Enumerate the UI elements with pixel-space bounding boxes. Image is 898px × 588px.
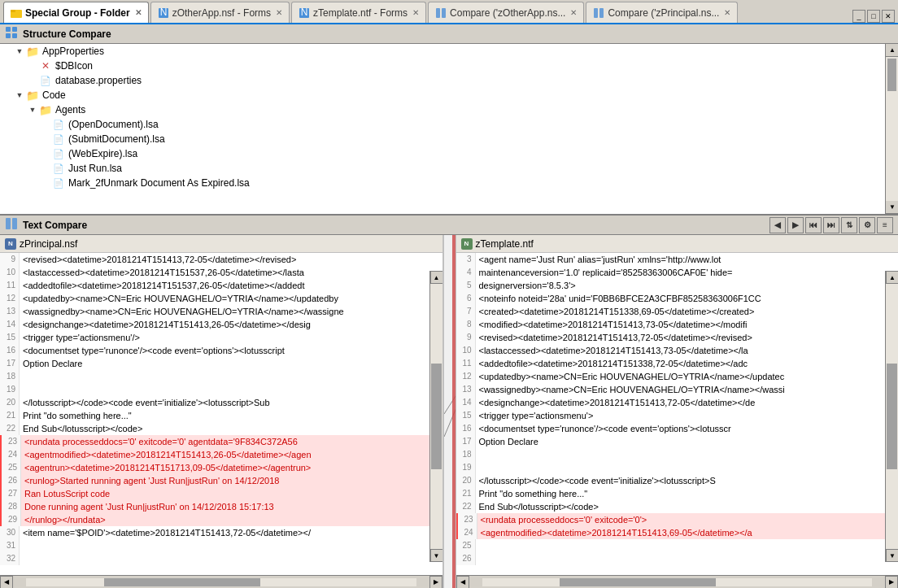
toggle-appproperties[interactable]: ▼: [15, 46, 24, 56]
line-text: <agentmodified><datetime>20181214T151413…: [481, 526, 886, 539]
line-number: 26: [2, 474, 21, 487]
tree-item-submitdoc[interactable]: 📄 (SubmitDocument).lsa: [0, 132, 898, 146]
left-h-scroll-track[interactable]: [26, 578, 416, 586]
maximize-button[interactable]: □: [867, 10, 880, 23]
code-line-12: 12<updatedby><name>CN=Eric HOUVENAGHEL/O…: [456, 370, 886, 383]
text-panel: Text Compare ◀ ▶ ⏮ ⏭ ⇅ ⚙ ≡ N zPrincipal.…: [0, 216, 898, 588]
tab-compare-zother[interactable]: Compare ('zOtherApp.ns... ✕: [428, 2, 584, 23]
line-number: 10: [0, 266, 20, 279]
tab-label-zother: zOtherApp.nsf - Forms: [172, 7, 271, 19]
right-scroll-track[interactable]: [886, 284, 898, 549]
tree-item-dbprops[interactable]: 📄 database.properties: [0, 73, 898, 88]
last-diff-button[interactable]: ⏭: [823, 217, 839, 233]
line-text: <updatedby><name>CN=Eric HOUVENAGHEL/O=Y…: [479, 370, 886, 383]
tree-item-mark2f[interactable]: 📄 Mark_2fUnmark Document As Expired.lsa: [0, 176, 898, 190]
tree-item-appproperties[interactable]: ▼ 📁 AppProperties: [0, 44, 898, 59]
settings-button[interactable]: ⚙: [859, 217, 875, 233]
line-number: 19: [456, 461, 476, 474]
next-diff-button[interactable]: ▶: [787, 217, 804, 233]
tree-item-dbicon[interactable]: ✕ $DBIcon: [0, 59, 898, 73]
line-number: 14: [0, 318, 20, 331]
line-text: </runlog></rundata>: [24, 513, 429, 526]
left-scroll-thumb[interactable]: [431, 364, 442, 469]
close-window-button[interactable]: ✕: [882, 10, 895, 23]
tab-close-ztemplate[interactable]: ✕: [412, 8, 419, 17]
line-text: <modified><datetime>20181214T151413,73-0…: [479, 318, 886, 331]
sync-button[interactable]: ⇅: [841, 217, 857, 233]
folder-tab-icon: [11, 7, 22, 19]
line-number: 19: [0, 383, 20, 396]
tab-close-special-group[interactable]: ✕: [135, 8, 142, 17]
tab-ztemplate-forms[interactable]: N zTemplate.ntf - Forms ✕: [291, 2, 426, 23]
tree-item-opendoc[interactable]: 📄 (OpenDocument).lsa: [0, 117, 898, 132]
left-scroll-track[interactable]: [430, 284, 442, 549]
line-text: <agent name='Just Run' alias='justRun' x…: [479, 253, 886, 266]
right-scroll-thumb[interactable]: [887, 364, 897, 469]
right-scroll-down[interactable]: ▼: [886, 549, 898, 562]
tree-label-dbprops: database.properties: [55, 75, 142, 86]
left-h-scroll-thumb[interactable]: [104, 578, 260, 586]
first-diff-button[interactable]: ⏮: [805, 217, 822, 233]
tree-item-code[interactable]: ▼ 📁 Code: [0, 88, 898, 102]
left-vscrollbar[interactable]: ▲ ▼: [429, 271, 442, 562]
code-line-26: 26<runlog>Started running agent 'Just Ru…: [0, 474, 429, 487]
right-vscrollbar[interactable]: ▲ ▼: [885, 271, 898, 562]
tree-label-submitdoc: (SubmitDocument).lsa: [68, 133, 165, 145]
code-line-21: 21 Print "do something here...": [456, 487, 886, 500]
tab-special-group[interactable]: Special Group - Folder ✕: [3, 2, 149, 23]
line-text: <created><datetime>20181214T151338,69-05…: [479, 305, 886, 318]
left-h-scroll-left[interactable]: ◀: [0, 576, 13, 589]
db-tab-icon-2: N: [299, 7, 310, 19]
right-code-area[interactable]: 3<agent name='Just Run' alias='justRun' …: [456, 253, 899, 575]
code-line-11: 11<addedtofile><datetime>20181214T151338…: [456, 357, 886, 370]
minimize-button[interactable]: _: [852, 10, 865, 23]
tab-compare-zprincipal[interactable]: Compare ('zPrincipal.ns... ✕: [586, 2, 738, 23]
tab-zother-forms[interactable]: N zOtherApp.nsf - Forms ✕: [150, 2, 290, 23]
line-text: </lotusscript></code><code event='initia…: [23, 396, 429, 409]
line-text: [479, 539, 886, 552]
left-hscrollbar[interactable]: ◀ ▶: [0, 575, 442, 588]
line-number: 26: [456, 552, 476, 565]
right-h-scroll-left[interactable]: ◀: [456, 576, 469, 589]
code-line-11: 11<addedtofile><datetime>20181214T151537…: [0, 279, 429, 292]
scroll-down-btn[interactable]: ▼: [886, 201, 898, 214]
code-line-6: 6<noteinfo noteid='28a' unid='F0BB6BFCE2…: [456, 292, 886, 305]
right-h-scroll-right[interactable]: ▶: [885, 576, 898, 589]
line-number: 21: [456, 487, 476, 500]
tab-close-zother[interactable]: ✕: [276, 8, 282, 17]
line-number: 24: [458, 526, 477, 539]
scroll-up-btn[interactable]: ▲: [886, 44, 898, 57]
tree-item-justrun[interactable]: 📄 Just Run.lsa: [0, 161, 898, 176]
right-hscrollbar[interactable]: ◀ ▶: [456, 575, 899, 588]
line-text: <agentrun><datetime>20181214T151713,09-0…: [24, 461, 429, 474]
left-code-area[interactable]: 9<revised><datetime>20181214T151413,72-0…: [0, 253, 442, 575]
line-text: [23, 552, 429, 565]
svg-rect-9: [599, 8, 604, 18]
prev-diff-button[interactable]: ◀: [769, 217, 786, 233]
svg-rect-13: [12, 33, 17, 38]
line-number: 31: [0, 539, 20, 552]
line-number: 7: [456, 305, 476, 318]
left-scroll-up[interactable]: ▲: [430, 271, 442, 284]
options-button[interactable]: ≡: [877, 217, 893, 233]
tree-item-agents[interactable]: ▼ 📁 Agents: [0, 102, 898, 117]
scroll-thumb[interactable]: [887, 59, 896, 91]
right-h-scroll-track[interactable]: [482, 578, 873, 586]
right-h-scroll-thumb[interactable]: [560, 578, 716, 586]
structure-vscrollbar[interactable]: ▲ ▼: [885, 44, 898, 214]
left-scroll-down[interactable]: ▼: [430, 549, 442, 562]
tab-close-compare-zprincipal[interactable]: ✕: [724, 8, 730, 17]
toggle-submitdoc: [41, 134, 50, 144]
left-h-scroll-right[interactable]: ▶: [429, 576, 442, 589]
line-number: 30: [0, 526, 20, 539]
code-line-5: 5designerversion='8.5.3'>: [456, 279, 886, 292]
tree-item-webexpire[interactable]: 📄 (WebExpire).lsa: [0, 146, 898, 161]
tab-close-compare-zother[interactable]: ✕: [570, 8, 577, 17]
tree-container[interactable]: ▼ 📁 AppProperties ✕ $DBIcon 📄 database.p…: [0, 44, 898, 214]
scroll-track[interactable]: [886, 57, 898, 201]
toggle-agents[interactable]: ▼: [28, 105, 37, 115]
right-scroll-up[interactable]: ▲: [886, 271, 898, 284]
svg-rect-7: [442, 8, 446, 18]
toggle-code[interactable]: ▼: [15, 90, 24, 100]
tree-label-justrun: Just Run.lsa: [68, 163, 122, 174]
